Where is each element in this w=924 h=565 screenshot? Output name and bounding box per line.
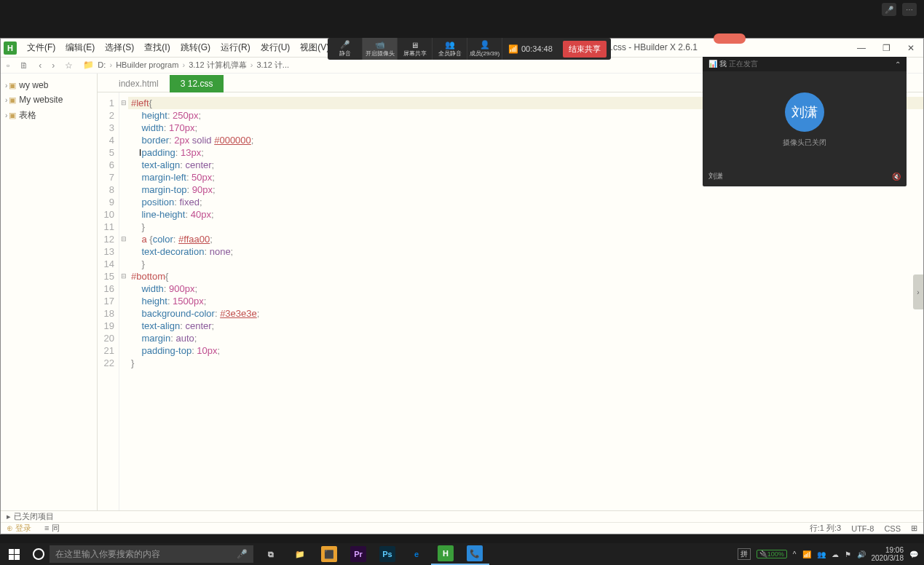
taskbar-apps: ⧉📁⬛PrPseH📞 [256, 543, 489, 565]
grid-icon[interactable]: ⊞ [911, 523, 917, 533]
menu-goto[interactable]: 跳转(G) [176, 40, 215, 55]
status-bar: ⊕ 登录 ≡ 同 行:1 列:3 UTF-8 CSS ⊞ [1, 522, 923, 534]
collapse-panel-icon[interactable]: ⌃ [895, 60, 901, 68]
menu-run[interactable]: 运行(R) [216, 40, 255, 55]
meet-camera-button[interactable]: 📹开启摄像头 [363, 38, 398, 60]
new-file-icon[interactable]: ▫ [7, 60, 9, 71]
mic-icon[interactable]: 🎤 [882, 3, 896, 16]
menu-find[interactable]: 查找(I) [140, 40, 174, 55]
taskbar-app-app-orange[interactable]: ⬛ [315, 543, 344, 565]
windows-logo-icon [9, 549, 20, 560]
tray-expand-icon[interactable]: ^ [793, 550, 797, 558]
battery-indicator[interactable]: 🔌100% [757, 550, 787, 558]
language-mode[interactable]: CSS [884, 524, 901, 533]
signal-icon: 📶 [508, 44, 518, 54]
encoding[interactable]: UTF-8 [851, 524, 874, 533]
meet-mute-button[interactable]: 🎤静音 [328, 38, 363, 60]
meeting-timer: 📶00:34:48 [502, 44, 558, 54]
tree-item-mywebsite[interactable]: ›▣My website [1, 92, 97, 107]
tree-item-table[interactable]: ›▣表格 [1, 107, 97, 124]
star-icon[interactable]: ☆ [65, 60, 73, 71]
notifications-icon[interactable]: 💬 [909, 550, 918, 558]
camera-off-label: 摄像头已关闭 [783, 138, 826, 148]
participant-panel[interactable]: 📊 我 正在发言 ⌃ 刘潇 摄像头已关闭 刘潇 🔇 [703, 57, 907, 186]
tree-item-wyweb[interactable]: ›▣wy web [1, 78, 97, 92]
line-number-gutter: 12345678910111213141516171819202122 [98, 92, 119, 510]
folder-icon: 📁 [83, 60, 94, 70]
taskbar-app-edge[interactable]: e [402, 543, 431, 565]
taskbar-app-hbuilder[interactable]: H [431, 543, 460, 565]
taskbar-app-tencent-meeting[interactable]: 📞 [460, 543, 489, 565]
clock[interactable]: 19:062020/3/18 [872, 546, 904, 562]
tab-index-html[interactable]: index.html [108, 75, 170, 92]
cortana-button[interactable] [28, 548, 50, 560]
mic-icon[interactable]: 🎤 [237, 549, 248, 559]
closed-projects-label: 已关闭项目 [14, 511, 54, 522]
collapse-icon[interactable]: ▸ [7, 512, 11, 521]
participant-header: 📊 我 正在发言 ⌃ [703, 57, 907, 71]
sync-button[interactable]: ≡ 同 [44, 523, 59, 534]
menu-edit[interactable]: 编辑(E) [61, 40, 99, 55]
meet-share-button[interactable]: 🖥屏幕共享 [398, 38, 433, 60]
back-icon[interactable]: ‹ [39, 60, 42, 71]
tab-3-12-css[interactable]: 3 12.css [170, 75, 224, 92]
mute-indicator-icon: 🔇 [892, 173, 901, 181]
taskbar-app-explorer[interactable]: 📁 [285, 543, 315, 565]
cloud-icon[interactable]: ☁ [832, 550, 839, 558]
taskbar-app-premiere[interactable]: Pr [344, 543, 373, 565]
menu-file[interactable]: 文件(F) [23, 40, 60, 55]
system-tray: 拼 🔌100% ^ 📶 👥 ☁ ⚑ 🔊 19:062020/3/18 💬 [732, 546, 924, 562]
forward-icon[interactable]: › [52, 60, 55, 71]
login-button[interactable]: ⊕ 登录 [7, 523, 31, 534]
ime-indicator[interactable]: 拼 [738, 548, 751, 560]
search-input[interactable]: 在这里输入你要搜索的内容 🎤 [50, 545, 253, 563]
end-share-button[interactable]: 结束共享 [563, 41, 607, 58]
bc-drive[interactable]: D: [98, 60, 106, 69]
breadcrumb[interactable]: 📁 D: › HBuilder program › 3.12 计算机弹幕 › 3… [82, 60, 289, 71]
participant-name: 刘潇 [708, 171, 723, 181]
more-icon[interactable]: ⋯ [902, 3, 917, 16]
menu-select[interactable]: 选择(S) [100, 40, 138, 55]
bc-part-0[interactable]: HBuilder program [116, 60, 178, 69]
bc-part-2[interactable]: 3.12 计... [256, 60, 289, 69]
wifi-icon[interactable]: 📶 [802, 550, 811, 558]
me-label: 我 [719, 60, 727, 68]
maximize-button[interactable]: ❐ [874, 39, 899, 57]
closed-projects-panel[interactable]: ▸ 已关闭项目 [1, 510, 923, 522]
floating-red-shape [714, 33, 746, 44]
speaking-status: 正在发言 [729, 60, 758, 68]
flag-icon[interactable]: ⚑ [845, 550, 851, 558]
meet-members-button[interactable]: 👤成员(29/39) [467, 38, 502, 60]
minimize-button[interactable]: — [849, 39, 874, 57]
taskbar-app-task-view[interactable]: ⧉ [256, 543, 285, 565]
bc-part-1[interactable]: 3.12 计算机弹幕 [189, 60, 246, 69]
cortana-icon [33, 548, 44, 560]
start-button[interactable] [0, 543, 28, 565]
save-icon[interactable]: 🗎 [20, 60, 28, 71]
search-placeholder: 在这里输入你要搜索的内容 [55, 548, 160, 561]
windows-taskbar: 在这里输入你要搜索的内容 🎤 ⧉📁⬛PrPseH📞 拼 🔌100% ^ 📶 👥 … [0, 543, 924, 565]
bars-icon: 📊 [708, 60, 717, 68]
expand-handle-icon[interactable]: › [913, 274, 923, 309]
people-icon[interactable]: 👥 [817, 550, 826, 558]
app-logo: H [4, 42, 17, 55]
cursor-position: 行:1 列:3 [810, 523, 841, 534]
menu-publish[interactable]: 发行(U) [256, 40, 295, 55]
volume-icon[interactable]: 🔊 [857, 550, 866, 558]
browser-chrome-top: 🎤 ⋯ [0, 0, 924, 38]
taskbar-app-photoshop[interactable]: Ps [373, 543, 402, 565]
avatar: 刘潇 [785, 92, 824, 132]
close-button[interactable]: ✕ [899, 39, 923, 57]
meet-mute-all-button[interactable]: 👥全员静音 [433, 38, 467, 60]
fold-column: ⊟⊟⊟ [119, 92, 128, 510]
meeting-toolbar[interactable]: 🎤静音 📹开启摄像头 🖥屏幕共享 👥全员静音 👤成员(29/39) 📶00:34… [328, 38, 611, 60]
project-sidebar: ›▣wy web ›▣My website ›▣表格 [1, 74, 98, 510]
